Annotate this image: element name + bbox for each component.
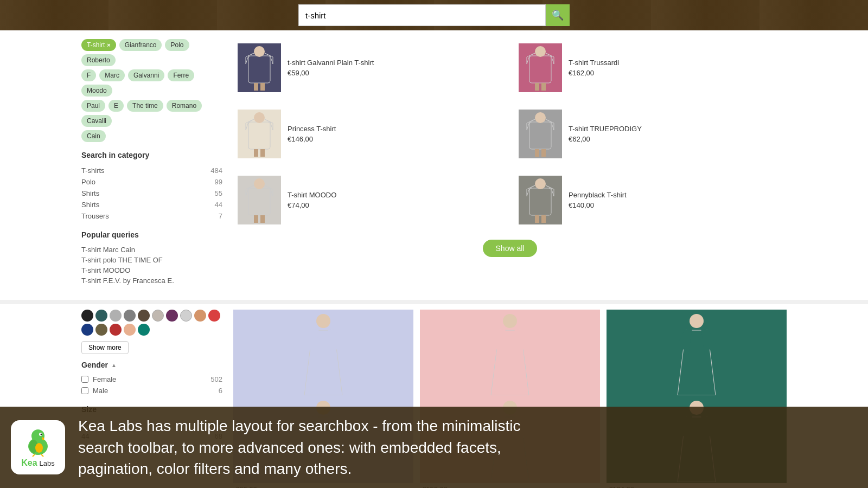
logo-kea: Kea [21, 458, 37, 468]
category-name: Shirts [81, 189, 99, 197]
category-item[interactable]: T-shirts484 [81, 165, 222, 176]
tag-pill[interactable]: Cavalli [81, 115, 112, 127]
svg-rect-34 [535, 215, 539, 223]
color-swatch[interactable] [95, 310, 107, 322]
color-swatch[interactable] [180, 310, 192, 322]
tag-pill[interactable]: Marc [99, 69, 125, 81]
product-card[interactable]: Princess T-shirt €146,00 [233, 105, 506, 163]
bottom-product-image [233, 310, 413, 396]
product-svg [240, 45, 278, 91]
tag-pill[interactable]: Moodo [81, 85, 112, 97]
show-more-colors-button[interactable]: Show more [81, 341, 129, 354]
product-price: €140,00 [569, 201, 782, 209]
svg-point-31 [535, 178, 546, 189]
product-info: T-shirt TRUEPRODIGY €62,00 [569, 125, 782, 143]
svg-rect-16 [254, 149, 258, 157]
tag-pill[interactable]: E [108, 100, 124, 112]
tags-row-2: FMarcGalvanniFerreMoodo [81, 69, 222, 97]
tag-pill[interactable]: F [81, 69, 96, 81]
tag-pill[interactable]: Roberto [81, 54, 116, 66]
svg-point-13 [254, 112, 265, 123]
category-item[interactable]: Shirts55 [81, 188, 222, 199]
tag-pill[interactable]: Cain [81, 130, 106, 142]
popular-list: T-shirt Marc CainT-shirt polo THE TIME O… [81, 245, 222, 286]
tag-pill[interactable]: T-shirt× [81, 39, 116, 51]
popular-query-item[interactable]: T-shirt polo THE TIME OF [81, 255, 222, 265]
svg-point-44 [503, 314, 517, 328]
gender-title: Gender ▲ [81, 361, 222, 369]
category-count: 99 [215, 178, 222, 186]
svg-point-19 [535, 112, 546, 123]
product-card[interactable]: T-shirt Trussardi €162,00 [514, 39, 787, 97]
category-name: T-shirts [81, 166, 105, 175]
gender-count: 6 [219, 387, 222, 395]
color-swatch[interactable] [124, 324, 136, 336]
product-card[interactable]: T-shirt TRUEPRODIGY €62,00 [514, 105, 787, 163]
category-count: 55 [215, 189, 222, 197]
color-swatch[interactable] [95, 324, 107, 336]
bottom-product-image [420, 310, 600, 396]
product-svg [240, 111, 278, 157]
color-swatch[interactable] [124, 310, 136, 322]
gender-checkbox[interactable] [81, 387, 88, 394]
color-swatch[interactable] [166, 310, 178, 322]
product-price: €74,00 [288, 201, 501, 209]
show-all-button[interactable]: Show all [483, 240, 538, 257]
color-swatch[interactable] [110, 324, 122, 336]
category-count: 7 [219, 212, 222, 220]
color-swatch[interactable] [138, 310, 150, 322]
tag-pill[interactable]: Polo [165, 39, 189, 51]
gender-count: 502 [210, 375, 222, 383]
product-card[interactable]: Pennyblack T-shirt €140,00 [514, 171, 787, 229]
tag-pill[interactable]: Romano [167, 100, 202, 112]
color-swatch[interactable] [152, 310, 164, 322]
color-swatch[interactable] [208, 310, 220, 322]
tags-row-3: PaulEThe timeRomanoCavalli [81, 100, 222, 127]
category-item[interactable]: Polo99 [81, 176, 222, 188]
gender-label: Male [93, 387, 108, 395]
svg-rect-0 [248, 56, 270, 83]
gender-item: Male 6 [81, 385, 222, 396]
color-swatch[interactable] [138, 324, 150, 336]
tag-pill[interactable]: Ferre [168, 69, 194, 81]
product-image [238, 43, 281, 92]
product-svg [521, 111, 559, 157]
search-in-category-title: Search in category [81, 151, 222, 159]
category-item[interactable]: Shirts44 [81, 199, 222, 210]
tag-pill[interactable]: Galvanni [128, 69, 164, 81]
product-price: €62,00 [569, 135, 782, 143]
popular-query-item[interactable]: T-shirt MOODO [81, 265, 222, 275]
product-price: €146,00 [288, 135, 501, 143]
product-info: t-shirt Galvanni Plain T-shirt €59,00 [288, 59, 501, 77]
svg-point-36 [316, 314, 330, 328]
popular-query-item[interactable]: T-shirt Marc Cain [81, 245, 222, 255]
tag-pill[interactable]: Paul [81, 100, 105, 112]
kea-labs-logo: Kea Labs [11, 420, 65, 474]
color-swatch[interactable] [194, 310, 206, 322]
main-content: T-shirt×GianfrancoPoloRoberto FMarcGalva… [0, 30, 868, 294]
product-card[interactable]: t-shirt Galvanni Plain T-shirt €59,00 [233, 39, 506, 97]
tag-pill[interactable]: Gianfranco [119, 39, 162, 51]
search-button[interactable]: 🔍 [546, 4, 570, 26]
color-swatch[interactable] [81, 310, 93, 322]
search-bar: 🔍 [298, 4, 570, 26]
tag-pill[interactable]: The time [127, 100, 163, 112]
color-swatch[interactable] [110, 310, 122, 322]
popular-query-item[interactable]: T-shirt F.E.V. by Francesca E. [81, 275, 222, 286]
products-grid: t-shirt Galvanni Plain T-shirt €59,00 T-… [233, 39, 787, 229]
svg-point-1 [254, 46, 265, 57]
search-input[interactable] [298, 4, 546, 26]
color-swatch[interactable] [81, 324, 93, 336]
gender-checkbox[interactable] [81, 376, 88, 383]
product-card[interactable]: T-shirt MOODO €74,00 [233, 171, 506, 229]
svg-point-25 [254, 178, 265, 189]
svg-rect-23 [541, 149, 546, 157]
svg-point-63 [41, 433, 42, 435]
product-info: Pennyblack T-shirt €140,00 [569, 191, 782, 209]
product-name: T-shirt Trussardi [569, 59, 782, 67]
tag-close-icon[interactable]: × [107, 42, 110, 48]
tags-section: T-shirt×GianfrancoPoloRoberto FMarcGalva… [81, 39, 222, 142]
product-info: T-shirt MOODO €74,00 [288, 191, 501, 209]
bottom-product-svg [291, 311, 356, 395]
category-item[interactable]: Trousers7 [81, 210, 222, 222]
